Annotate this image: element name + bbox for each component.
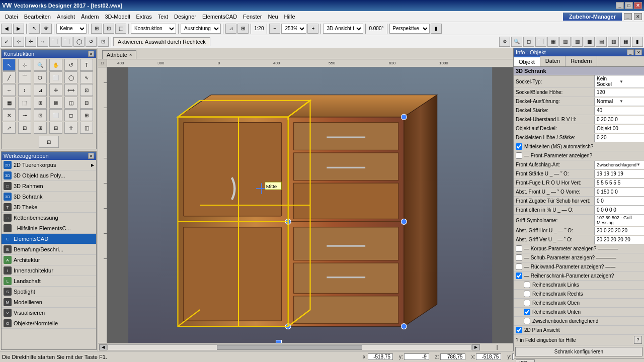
tool-r8[interactable]: ▩ — [584, 37, 595, 47]
menu-ansicht[interactable]: Ansicht — [54, 13, 78, 21]
maximize-button[interactable]: □ — [625, 2, 633, 9]
cb-korpus-input[interactable] — [516, 245, 522, 252]
cb-reihen-input[interactable] — [516, 273, 522, 279]
tool-r7[interactable]: ▨ — [572, 37, 583, 47]
tool-arrow-right[interactable]: ▶ — [13, 24, 24, 34]
tool-extra[interactable]: ⊡ — [39, 136, 59, 148]
tool-t6[interactable]: ⬜ — [61, 37, 72, 47]
horizontal-scrollbar[interactable]: ◀ ▶ | — [98, 343, 513, 351]
tool-eye[interactable]: 👁 — [41, 24, 52, 34]
zoom-select[interactable]: 253% — [281, 24, 306, 34]
werkzeug-item[interactable]: 3D3D Objekt aus Poly... — [2, 170, 96, 181]
tab-daten[interactable]: Daten — [540, 56, 566, 66]
tool-t3[interactable]: ✛ — [25, 37, 36, 47]
tool-b2[interactable]: ⊡ — [103, 24, 114, 34]
tool-r2[interactable]: 🔍 — [511, 37, 522, 47]
cb-2dplan-input[interactable] — [516, 327, 522, 333]
tool-zoom-in[interactable]: + — [307, 24, 318, 34]
scroll-left[interactable]: ◀ — [99, 344, 107, 350]
werkzeug-item[interactable]: BBemafung/Beschri... — [2, 244, 96, 255]
value-front-zugabe[interactable]: 0 0 — [594, 197, 644, 205]
tool-r11[interactable]: ▦ — [620, 37, 631, 47]
werkzeug-close[interactable]: × — [88, 153, 94, 159]
werkzeug-item[interactable]: T3D Theke — [2, 202, 96, 213]
tool-misc2[interactable]: ◻ — [64, 109, 77, 121]
werkzeug-item[interactable]: EElementsCAD — [2, 234, 96, 244]
construction-select[interactable]: Konstruktion — [131, 24, 176, 34]
tool-zoom-out[interactable]: − — [269, 24, 280, 34]
tool-r6[interactable]: ▧ — [559, 37, 571, 47]
tool-r-3[interactable]: ⊞ — [34, 122, 47, 134]
tab-rendern[interactable]: Rendern — [566, 56, 597, 66]
tool-x[interactable]: ✕ — [3, 109, 16, 121]
value-deckel-ausf[interactable]: Normal▼ — [594, 98, 644, 106]
tool-move[interactable]: ✛ — [49, 84, 62, 96]
tool-text[interactable]: T — [80, 59, 93, 71]
tool-r12[interactable]: ▮ — [632, 37, 643, 47]
tool-r-2[interactable]: ⊡ — [18, 122, 31, 134]
menu-andern[interactable]: Ändern — [78, 13, 102, 21]
tool-r9[interactable]: ▤ — [596, 37, 607, 47]
tool-rotate[interactable]: ↺ — [64, 59, 77, 71]
info-close[interactable]: ✕ — [635, 49, 642, 55]
attr-tab[interactable]: Attribute × — [102, 50, 136, 59]
menu-bearbeiten[interactable]: Bearbeiten — [21, 13, 54, 21]
tool-poly[interactable]: ⬡ — [34, 71, 47, 83]
value-objekt-auf[interactable]: Objekt 00 — [594, 125, 644, 133]
value-sockel-typ[interactable]: Kein Sockel▼ — [594, 75, 644, 87]
tool-t2[interactable]: ⊹ — [13, 37, 24, 47]
tool-r4[interactable]: ⬜ — [535, 37, 546, 47]
cb-mittelseiten-input[interactable] — [516, 143, 522, 150]
info-minimize[interactable]: _ — [627, 49, 634, 55]
help-icon[interactable]: ? — [634, 336, 642, 344]
tool-grp[interactable]: ⊡ — [34, 109, 47, 121]
value-front-aufschlag[interactable]: Zwischenschlagend▼ — [594, 161, 644, 169]
zubehor-close[interactable]: ✕ — [634, 13, 642, 20]
tool-misc3[interactable]: ⊞ — [80, 109, 93, 121]
value-griff-symbol[interactable]: 107.59.502 - Griff Messing — [594, 215, 644, 226]
tool-circle[interactable]: ◯ — [64, 71, 77, 83]
tool-t5[interactable]: ⬜ — [49, 37, 60, 47]
tool-arrow-left[interactable]: ◀ — [1, 24, 12, 34]
value-abst-front[interactable]: 0 150 0 0 — [594, 188, 644, 196]
attr-tab-close[interactable]: × — [129, 52, 132, 57]
tool-mirror[interactable]: ⟺ — [64, 84, 77, 96]
value-deckel-ubers[interactable]: 0 20 30 0 — [594, 116, 644, 124]
tool-t9[interactable]: ⊡ — [98, 37, 109, 47]
scroll-right[interactable]: ▶ — [472, 344, 480, 350]
tool-3d3[interactable]: ⊞ — [34, 97, 47, 109]
tool-r-4[interactable]: ⊟ — [49, 122, 62, 134]
cb-front-param-input[interactable] — [516, 152, 522, 159]
werkzeug-item[interactable]: 2D2D Tuerenkorpus▶ — [2, 160, 96, 170]
scroll-thumb[interactable] — [217, 345, 362, 350]
tool-end[interactable]: ▮ — [431, 24, 442, 34]
tool-3d6[interactable]: ⊟ — [80, 97, 93, 109]
tab-objekt[interactable]: Objekt — [514, 56, 540, 66]
werkzeug-item[interactable]: AArchitektur — [2, 255, 96, 265]
tool-b1[interactable]: ⊞ — [91, 24, 102, 34]
tool-b4[interactable]: ⊿ — [225, 24, 236, 34]
value-deckel-starke[interactable]: 40 — [594, 107, 644, 115]
menu-fenster[interactable]: Fenster — [240, 13, 265, 21]
menu-text[interactable]: Text — [155, 13, 171, 21]
menu-designer[interactable]: Designer — [171, 13, 199, 21]
werkzeug-item[interactable]: IInnenarchitektur — [2, 265, 96, 276]
ausrichtung-select[interactable]: Ausrichtung — [181, 24, 221, 34]
cb-zwischen-input[interactable] — [524, 318, 530, 324]
tool-dim2[interactable]: ↕ — [18, 84, 31, 96]
werkzeug-item[interactable]: OObjekte/Normteile — [2, 318, 96, 329]
tool-scale[interactable]: ⊡ — [80, 84, 93, 96]
tool-misc1[interactable]: ⬜ — [49, 109, 62, 121]
canvas-viewport[interactable]: Mitte — [107, 67, 513, 343]
menu-extras[interactable]: Extras — [133, 13, 155, 21]
menu-hilfe[interactable]: Hilfe — [281, 13, 298, 21]
tool-cursor[interactable]: ↖ — [29, 24, 40, 34]
tool-curve[interactable]: ∿ — [80, 71, 93, 83]
perspective-select[interactable]: Perspektive f... — [389, 24, 430, 34]
werkzeug-item[interactable]: ↔Kettenbemessung — [2, 213, 96, 223]
config-button[interactable]: Schrank konfigurieren — [515, 347, 642, 356]
ansicht-select[interactable]: 3D-Ansicht f... — [323, 24, 363, 34]
zubehor-minimize[interactable]: _ — [624, 13, 632, 20]
menu-neu[interactable]: Neu — [265, 13, 281, 21]
werkzeug-item[interactable]: -- Hilfslinie ElementsC... — [2, 223, 96, 234]
